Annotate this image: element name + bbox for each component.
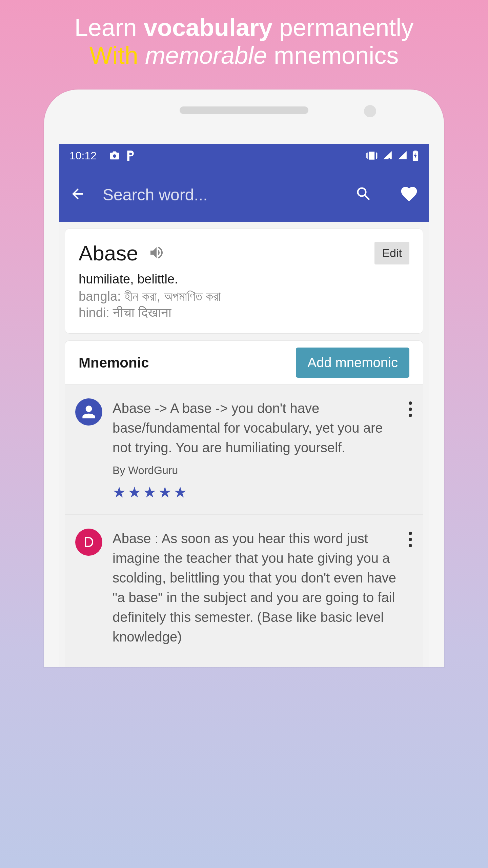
svg-point-1 bbox=[409, 408, 412, 411]
phone-camera-dot bbox=[364, 105, 376, 117]
avatar-letter: D bbox=[84, 534, 94, 550]
mnemonic-section-title: Mnemonic bbox=[79, 355, 149, 371]
heart-icon[interactable] bbox=[400, 184, 419, 205]
speaker-icon[interactable] bbox=[148, 244, 165, 262]
mnemonic-section-header: Mnemonic Add mnemonic bbox=[65, 340, 423, 384]
star-icon: ★ bbox=[113, 484, 126, 501]
promo-line-2: With memorable mnemonics bbox=[20, 41, 468, 69]
star-icon: ★ bbox=[158, 484, 171, 501]
star-icon: ★ bbox=[174, 484, 187, 501]
promo-text: Learn bbox=[75, 14, 144, 41]
phone-mockup-frame: 10:12 bbox=[44, 90, 444, 667]
mnemonic-text: Abase -> A base -> you don't have base/f… bbox=[113, 398, 398, 457]
promo-banner: Learn vocabulary permanently With memora… bbox=[0, 0, 488, 76]
status-bar: 10:12 bbox=[59, 144, 429, 167]
vibrate-icon bbox=[366, 151, 378, 160]
more-options-icon[interactable] bbox=[408, 398, 413, 501]
signal-no-data-icon bbox=[383, 151, 393, 160]
promo-text-bold: vocabulary bbox=[144, 14, 272, 41]
translation-hindi: hindi: नीचा दिखाना bbox=[79, 305, 409, 320]
search-input[interactable]: Search word... bbox=[103, 185, 328, 204]
translation-bangla: bangla: হীন করা, অপমাণিত করা bbox=[79, 289, 409, 304]
promo-text: permanently bbox=[272, 14, 413, 41]
promo-text: mnemonics bbox=[267, 42, 399, 69]
camera-icon bbox=[109, 151, 120, 160]
mnemonic-author: By WordGuru bbox=[113, 464, 398, 477]
word-definition-card: Abase Edit humiliate, belittle. bangla: … bbox=[65, 229, 423, 334]
star-rating[interactable]: ★ ★ ★ ★ ★ bbox=[113, 484, 398, 501]
svg-point-2 bbox=[409, 414, 412, 417]
promo-line-1: Learn vocabulary permanently bbox=[20, 14, 468, 41]
signal-icon bbox=[398, 151, 408, 160]
avatar[interactable] bbox=[75, 398, 102, 426]
promo-text-yellow: With bbox=[89, 42, 145, 69]
battery-charging-icon bbox=[412, 151, 419, 161]
avatar[interactable]: D bbox=[75, 529, 102, 556]
more-options-icon[interactable] bbox=[408, 529, 413, 653]
mnemonic-text: Abase : As soon as you hear this word ju… bbox=[113, 529, 398, 647]
svg-point-0 bbox=[409, 401, 412, 405]
svg-point-4 bbox=[409, 538, 412, 541]
search-icon[interactable] bbox=[355, 185, 372, 204]
svg-point-3 bbox=[409, 532, 412, 535]
back-arrow-icon[interactable] bbox=[69, 186, 86, 203]
promo-text-italic: memorable bbox=[145, 42, 267, 69]
app-bar: Search word... bbox=[59, 167, 429, 222]
word-title: Abase bbox=[79, 241, 138, 265]
star-icon: ★ bbox=[128, 484, 141, 501]
status-time: 10:12 bbox=[69, 150, 97, 162]
star-icon: ★ bbox=[143, 484, 156, 501]
mnemonic-item: Abase -> A base -> you don't have base/f… bbox=[65, 384, 423, 515]
mnemonic-item: D Abase : As soon as you hear this word … bbox=[65, 515, 423, 667]
add-mnemonic-button[interactable]: Add mnemonic bbox=[296, 348, 409, 378]
app-p-icon bbox=[126, 151, 135, 161]
word-definition: humiliate, belittle. bbox=[79, 272, 409, 287]
content-area: Abase Edit humiliate, belittle. bangla: … bbox=[59, 222, 429, 667]
edit-button[interactable]: Edit bbox=[374, 242, 409, 264]
phone-screen: 10:12 bbox=[59, 144, 429, 667]
phone-speaker-notch bbox=[180, 106, 308, 114]
svg-point-5 bbox=[409, 544, 412, 547]
